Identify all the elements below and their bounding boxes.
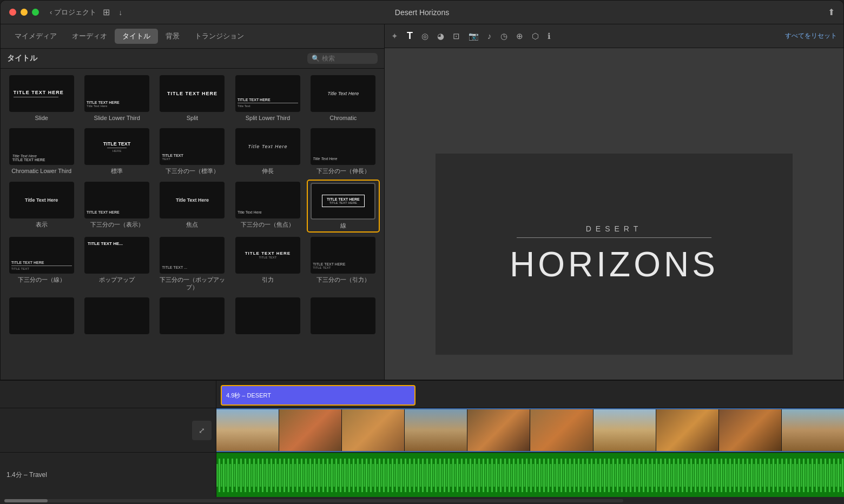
title-item-focus[interactable]: Title Text Here 焦点: [156, 180, 229, 233]
reset-button[interactable]: すべてをリセット: [785, 31, 837, 41]
titlebar-icons: ⊞ ↓: [103, 7, 122, 17]
filter-tool-icon[interactable]: ◎: [421, 31, 428, 41]
title-label-display: 表示: [36, 221, 48, 228]
title-item-chromatic[interactable]: Title Text Here Chromatic: [307, 73, 380, 124]
maximize-button[interactable]: [32, 9, 39, 16]
title-item-lower-focus[interactable]: Title Text Here 下三分の一（焦点）: [231, 180, 304, 233]
info-icon[interactable]: ℹ: [548, 31, 551, 41]
title-item-split[interactable]: TITLE TEXT HERE Split: [156, 73, 229, 124]
title-label-slide-lower-third: Slide Lower Third: [94, 114, 140, 122]
title-item-display[interactable]: Title Text Here 表示: [5, 180, 78, 233]
thumb-pull: TITLE TEXT HERE TITLE TEXT: [235, 237, 300, 274]
title-label-line: 線: [340, 222, 346, 229]
tab-transitions[interactable]: トランジション: [187, 29, 252, 44]
title-item-more5[interactable]: [307, 295, 380, 339]
title-item-slide-lower-third[interactable]: TITLE TEXT HERE Title Text Here Slide Lo…: [80, 73, 153, 124]
title-item-stretch[interactable]: Title Text Here 伸長: [231, 126, 304, 177]
thumb-more2: [84, 297, 149, 334]
film-frame: [594, 409, 656, 451]
film-frame: [405, 409, 467, 451]
search-box[interactable]: 🔍: [307, 53, 378, 64]
color-tool-icon[interactable]: ◕: [437, 31, 444, 41]
thumb-popup: TITLE TEXT HE...: [84, 237, 149, 274]
title-label-focus: 焦点: [186, 221, 198, 228]
title-item-split-lower-third[interactable]: TITLE TEXT HERE Title Text Split Lower T…: [231, 73, 304, 124]
svg-rect-2: [216, 453, 844, 497]
title-item-lower-popup[interactable]: TITLE TEXT ... 下三分の一（ポップアップ）: [156, 235, 229, 294]
title-label-lower-focus: 下三分の一（焦点）: [241, 221, 294, 228]
audio-tool-icon[interactable]: ♪: [487, 31, 492, 41]
scrollbar-area: [0, 497, 844, 504]
film-frame: [342, 409, 405, 451]
section-title: タイトル: [7, 54, 37, 63]
inspector-toolbar: ✦ T ◎ ◕ ⊡ 📷 ♪ ◷ ⊕ ⬡ ℹ すべてをリセット: [385, 24, 843, 48]
thumb-lower-stretch: Title Text Here: [311, 128, 375, 165]
titlebar: ‹ プロジェクト ⊞ ↓ Desert Horizons ⬆: [1, 1, 843, 24]
camera-tool-icon[interactable]: 📷: [469, 31, 479, 41]
title-item-lower-display[interactable]: Title Text Here 下三分の一（表示）: [80, 180, 153, 233]
close-button[interactable]: [9, 9, 16, 16]
down-arrow-icon[interactable]: ↓: [118, 8, 122, 17]
chevron-left-icon: ‹: [50, 8, 52, 16]
search-input[interactable]: [322, 55, 373, 62]
title-item-popup[interactable]: TITLE TEXT HE... ポップアップ: [80, 235, 153, 294]
title-item-lower-pull[interactable]: TITLE TEXT HERE TITLE TEXT 下三分の一（引力）: [307, 235, 380, 294]
title-label-lower-display: 下三分の一（表示）: [90, 221, 144, 228]
tab-titles[interactable]: タイトル: [115, 29, 158, 44]
thumb-standard: TITLE TEXT HERE: [84, 128, 149, 165]
share-icon[interactable]: ⬆: [828, 8, 835, 17]
title-item-more1[interactable]: [5, 295, 78, 339]
preview-title-small: DESERT: [586, 224, 643, 233]
preview-divider: [517, 237, 711, 238]
thumb-stretch: Title Text Here: [235, 128, 300, 165]
title-item-standard[interactable]: TITLE TEXT HERE 標準: [80, 126, 153, 177]
minimize-button[interactable]: [21, 9, 28, 16]
titlebar-title: Desert Horizons: [395, 8, 449, 17]
search-bar: タイトル 🔍: [1, 49, 384, 69]
title-label-lower-stretch: 下三分の一（伸長）: [316, 167, 370, 175]
grid-icon[interactable]: ⊞: [103, 7, 110, 17]
title-item-pull[interactable]: TITLE TEXT HERE TITLE TEXT 引力: [231, 235, 304, 294]
crop-tool-icon[interactable]: ⊡: [453, 31, 460, 41]
title-item-chromatic-lower-third[interactable]: Title Text Here TITLE TEXT HERE Chromati…: [5, 126, 78, 177]
audio-track: 1.4分 – Travel: [0, 453, 844, 497]
waveform-svg: [216, 453, 844, 497]
title-item-lower-standard[interactable]: TITLE TEXT TEXT 下三分の一（標準）: [156, 126, 229, 177]
thumb-focus: Title Text Here: [160, 182, 225, 218]
traffic-lights: [9, 9, 39, 16]
scrollbar-thumb[interactable]: [4, 499, 48, 502]
color-board-icon[interactable]: ⬡: [532, 31, 539, 41]
text-tool-icon[interactable]: T: [407, 30, 413, 42]
transition-icon[interactable]: ⤢: [192, 421, 212, 440]
tab-audio[interactable]: オーディオ: [64, 29, 115, 44]
title-item-lower-line[interactable]: TITLE TEXT HERE TITLE TEXT 下三分の一（線）: [5, 235, 78, 294]
video-label-area: ⤢: [0, 408, 216, 452]
title-item-line[interactable]: TITLE TEXT HERE TITLE TEXT HERE 線: [307, 180, 380, 233]
thumb-more1: [9, 297, 74, 334]
thumb-line: TITLE TEXT HERE TITLE TEXT HERE: [311, 183, 375, 220]
title-item-slide[interactable]: TITLE TEXT HERE Slide: [5, 73, 78, 124]
tab-my-media[interactable]: マイメディア: [7, 29, 64, 44]
stabilize-tool-icon[interactable]: ⊕: [516, 31, 523, 41]
thumb-slide-lower-third: TITLE TEXT HERE Title Text Here: [84, 75, 149, 112]
speed-tool-icon[interactable]: ◷: [500, 31, 507, 41]
title-label-popup: ポップアップ: [99, 276, 135, 283]
film-frame: [656, 409, 719, 451]
title-item-more4[interactable]: [231, 295, 304, 339]
scrollbar-track[interactable]: [4, 499, 623, 502]
title-clip[interactable]: 4.9秒 – DESERT: [221, 385, 416, 406]
thumb-display: Title Text Here: [9, 182, 74, 218]
thumb-chromatic: Title Text Here: [311, 75, 375, 112]
thumb-lower-pull: TITLE TEXT HERE TITLE TEXT: [311, 237, 375, 274]
back-label: プロジェクト: [54, 8, 96, 17]
title-item-more3[interactable]: [156, 295, 229, 339]
back-button[interactable]: ‹ プロジェクト: [50, 8, 96, 17]
pointer-tool-icon[interactable]: ✦: [391, 31, 398, 41]
thumb-lower-display: Title Text Here: [84, 182, 149, 218]
title-item-more2[interactable]: [80, 295, 153, 339]
tab-backgrounds[interactable]: 背景: [158, 29, 187, 44]
title-item-lower-stretch[interactable]: Title Text Here 下三分の一（伸長）: [307, 126, 380, 177]
audio-waveform: [216, 453, 844, 497]
title-label-stretch: 伸長: [262, 167, 274, 175]
thumb-more3: [160, 297, 225, 334]
